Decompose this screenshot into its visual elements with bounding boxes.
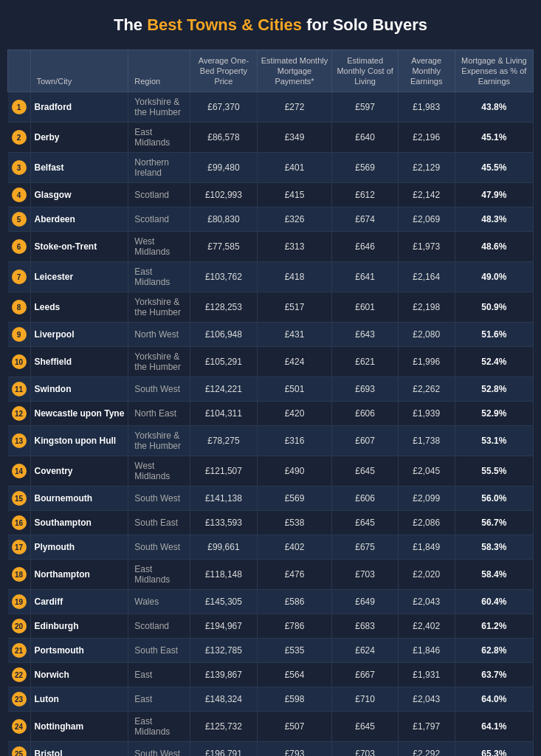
- city-cell: Leeds: [30, 292, 128, 323]
- earnings-cell: £1,973: [398, 232, 455, 262]
- mortgage-cell: £420: [257, 402, 332, 426]
- table-row: 23LutonEast£148,324£598£710£2,04364.0%: [8, 687, 534, 712]
- price-cell: £103,762: [190, 262, 257, 292]
- table-row: 2DerbyEast Midlands£86,578£349£640£2,196…: [8, 123, 534, 153]
- rank-cell: 4: [8, 183, 31, 207]
- city-cell: Luton: [30, 687, 128, 712]
- earnings-cell: £2,129: [398, 153, 455, 183]
- percentage-cell: 58.4%: [455, 560, 533, 590]
- region-cell: South East: [128, 639, 190, 663]
- earnings-cell: £1,846: [398, 639, 455, 663]
- rank-cell: 12: [8, 402, 31, 426]
- cost-living-cell: £674: [332, 207, 398, 232]
- cost-living-cell: £621: [332, 347, 398, 377]
- percentage-cell: 52.4%: [455, 347, 533, 377]
- rank-cell: 17: [8, 535, 31, 560]
- city-cell: Edinburgh: [30, 614, 128, 639]
- table-row: 17PlymouthSouth West£99,661£402£675£1,84…: [8, 535, 534, 560]
- price-cell: £77,585: [190, 232, 257, 262]
- rank-circle: 13: [12, 433, 27, 448]
- cost-living-cell: £703: [332, 560, 398, 590]
- city-cell: Norwich: [30, 663, 128, 687]
- percentage-cell: 56.0%: [455, 487, 533, 511]
- col-price: Average One-Bed Property Price: [190, 49, 257, 92]
- city-cell: Southampton: [30, 511, 128, 535]
- region-cell: Wales: [128, 590, 190, 614]
- rank-circle: 4: [12, 188, 27, 202]
- price-cell: £141,138: [190, 487, 257, 511]
- price-cell: £145,305: [190, 590, 257, 614]
- table-row: 9LiverpoolNorth West£106,948£431£643£2,0…: [8, 323, 534, 347]
- price-cell: £196,791: [190, 742, 257, 756]
- mortgage-cell: £272: [257, 92, 332, 123]
- earnings-cell: £2,402: [398, 614, 455, 639]
- mortgage-cell: £349: [257, 123, 332, 153]
- table-row: 5AberdeenScotland£80,830£326£674£2,06948…: [8, 207, 534, 232]
- table-row: 11SwindonSouth West£124,221£501£693£2,26…: [8, 377, 534, 402]
- mortgage-cell: £538: [257, 511, 332, 535]
- rank-cell: 20: [8, 614, 31, 639]
- region-cell: North East: [128, 402, 190, 426]
- city-cell: Cardiff: [30, 590, 128, 614]
- cost-living-cell: £641: [332, 262, 398, 292]
- region-cell: East: [128, 663, 190, 687]
- cost-living-cell: £675: [332, 535, 398, 560]
- region-cell: West Midlands: [128, 232, 190, 262]
- percentage-cell: 53.1%: [455, 426, 533, 456]
- earnings-cell: £1,939: [398, 402, 455, 426]
- city-cell: Plymouth: [30, 535, 128, 560]
- city-cell: Belfast: [30, 153, 128, 183]
- rank-cell: 21: [8, 639, 31, 663]
- cost-living-cell: £607: [332, 426, 398, 456]
- price-cell: £106,948: [190, 323, 257, 347]
- cost-living-cell: £649: [332, 590, 398, 614]
- table-row: 24NottinghamEast Midlands£125,732£507£64…: [8, 712, 534, 742]
- percentage-cell: 50.9%: [455, 292, 533, 323]
- cost-living-cell: £606: [332, 402, 398, 426]
- percentage-cell: 48.3%: [455, 207, 533, 232]
- table-row: 25BristolSouth West£196,791£793£703£2,29…: [8, 742, 534, 756]
- percentage-cell: 64.0%: [455, 687, 533, 712]
- rank-cell: 14: [8, 456, 31, 487]
- city-cell: Liverpool: [30, 323, 128, 347]
- rank-circle: 24: [12, 719, 27, 734]
- cost-living-cell: £646: [332, 232, 398, 262]
- percentage-cell: 51.6%: [455, 323, 533, 347]
- earnings-cell: £2,080: [398, 323, 455, 347]
- mortgage-cell: £786: [257, 614, 332, 639]
- percentage-cell: 43.8%: [455, 92, 533, 123]
- table-row: 8LeedsYorkshire & the Humber£128,253£517…: [8, 292, 534, 323]
- mortgage-cell: £586: [257, 590, 332, 614]
- rank-circle: 20: [12, 619, 27, 633]
- mortgage-cell: £569: [257, 487, 332, 511]
- percentage-cell: 49.0%: [455, 262, 533, 292]
- region-cell: Scotland: [128, 207, 190, 232]
- city-cell: Nottingham: [30, 712, 128, 742]
- earnings-cell: £2,069: [398, 207, 455, 232]
- price-cell: £67,370: [190, 92, 257, 123]
- table-row: 16SouthamptonSouth East£133,593£538£645£…: [8, 511, 534, 535]
- mortgage-cell: £326: [257, 207, 332, 232]
- mortgage-cell: £424: [257, 347, 332, 377]
- rank-circle: 14: [12, 464, 27, 478]
- city-cell: Leicester: [30, 262, 128, 292]
- percentage-cell: 48.6%: [455, 232, 533, 262]
- mortgage-cell: £418: [257, 262, 332, 292]
- earnings-cell: £2,196: [398, 123, 455, 153]
- price-cell: £148,324: [190, 687, 257, 712]
- region-cell: Yorkshire & the Humber: [128, 347, 190, 377]
- earnings-cell: £2,020: [398, 560, 455, 590]
- earnings-cell: £2,262: [398, 377, 455, 402]
- rank-circle: 10: [12, 354, 27, 369]
- earnings-cell: £2,043: [398, 687, 455, 712]
- percentage-cell: 52.8%: [455, 377, 533, 402]
- rank-circle: 18: [12, 567, 27, 582]
- rank-circle: 22: [12, 667, 27, 682]
- price-cell: £124,221: [190, 377, 257, 402]
- col-cost-living: Estimated Monthly Cost of Living: [332, 49, 398, 92]
- rank-cell: 6: [8, 232, 31, 262]
- mortgage-cell: £598: [257, 687, 332, 712]
- earnings-cell: £2,099: [398, 487, 455, 511]
- mortgage-cell: £517: [257, 292, 332, 323]
- table-row: 10SheffieldYorkshire & the Humber£105,29…: [8, 347, 534, 377]
